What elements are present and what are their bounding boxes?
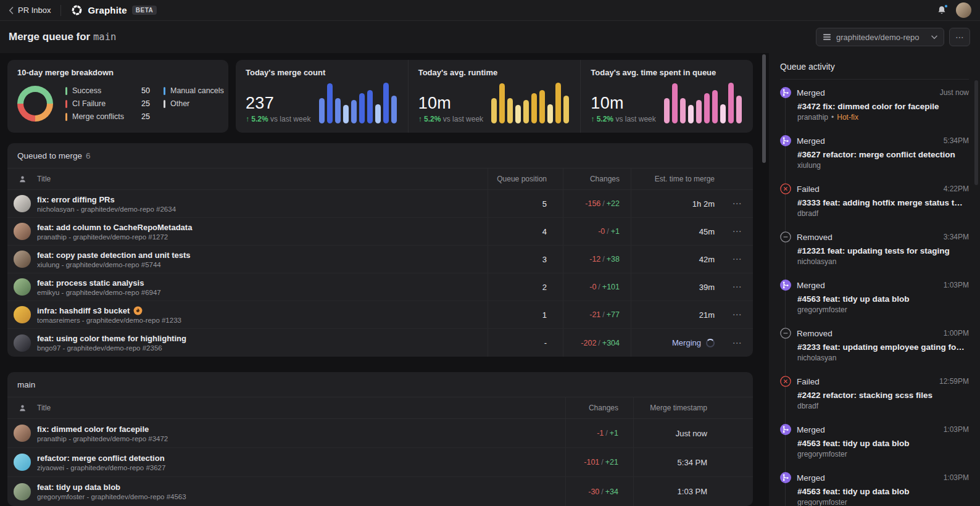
legend-tick xyxy=(65,113,67,121)
pr-title: feat: process static analysis xyxy=(37,278,144,288)
queue-position: 3 xyxy=(488,246,563,273)
activity-item[interactable]: Merged 1:03PM #4563 feat: tidy up data b… xyxy=(780,424,969,458)
chart-bar xyxy=(704,93,710,123)
table-row[interactable]: fix: error diffing PRsnicholasyan - grap… xyxy=(7,190,753,218)
chart-bar xyxy=(507,98,513,123)
pr-meta: pranathip - graphitedev/demo-repo #1272 xyxy=(37,233,168,241)
pr-title: refactor: merge conflict detection xyxy=(37,454,165,463)
metric-avg-runtime: Today's avg. runtime 10m ↑ 5.2% vs last … xyxy=(408,60,581,133)
avatar xyxy=(14,223,31,240)
chart-bar xyxy=(720,104,726,123)
activity-title: #3627 refactor: merge conflict detection xyxy=(797,150,965,159)
ellipsis-icon: ⋯ xyxy=(955,32,964,42)
table-row[interactable]: feat: tidy up data blobgregorymfoster - … xyxy=(7,477,753,506)
activity-status: Removed xyxy=(797,329,833,338)
row-menu-button[interactable]: ⋯ xyxy=(729,223,745,239)
activity-item[interactable]: Failed 12:59PM #2422 refactor: stacking … xyxy=(780,376,969,410)
pr-meta: bngo97 - graphitedev/demo-repo #2356 xyxy=(37,344,162,352)
chart-bar xyxy=(491,98,497,123)
queue-position: 4 xyxy=(488,218,563,245)
activity-item[interactable]: Merged 5:34PM #3627 refactor: merge conf… xyxy=(780,135,969,170)
activity-author: gregorymfoster xyxy=(797,498,969,506)
table-row[interactable]: refactor: merge conflict detectionziyaow… xyxy=(7,448,753,477)
chart-bar xyxy=(375,104,381,123)
avatar xyxy=(14,454,31,471)
row-menu-button[interactable]: ⋯ xyxy=(729,307,745,323)
est-time: 21m xyxy=(631,301,723,328)
repo-selector[interactable]: graphitedev/demo-repo xyxy=(816,28,944,46)
est-time: 39m xyxy=(631,273,723,301)
activity-item[interactable]: Removed 3:34PM #12321 feat: updating tes… xyxy=(780,231,969,266)
col-merge-timestamp: Merge timestamp xyxy=(633,397,732,418)
est-time: 42m xyxy=(631,246,723,273)
main-branch-card: main Title Changes Merge timestamp fix: … xyxy=(7,372,753,506)
changes: -1/+1 xyxy=(565,419,633,447)
legend-tick xyxy=(65,87,67,95)
main-scrollbar[interactable] xyxy=(762,54,766,163)
brand[interactable]: Graphite BETA xyxy=(71,4,157,16)
legend-tick xyxy=(164,87,165,95)
table-row[interactable]: feat: copy paste detection and unit test… xyxy=(7,246,753,273)
metric-value: 237 xyxy=(246,94,310,113)
spinner-icon xyxy=(706,339,715,347)
chart-bar xyxy=(319,98,325,123)
branch-table-title: main xyxy=(7,372,753,397)
queue-position: 2 xyxy=(488,273,563,301)
chevron-down-icon xyxy=(931,35,937,39)
activity-status: Merged xyxy=(797,136,825,146)
user-avatar[interactable] xyxy=(956,2,971,18)
removed-icon xyxy=(780,328,791,339)
activity-status: Merged xyxy=(797,425,825,434)
chart-bar xyxy=(515,105,521,123)
chart-bar xyxy=(563,96,569,123)
graphite-logo-icon xyxy=(71,4,83,16)
activity-item[interactable]: Removed 1:00PM #3233 feat: updating empl… xyxy=(780,328,969,362)
table-row[interactable]: feat: using color theme for highlighting… xyxy=(7,329,753,357)
queued-table-header: Title Queue position Changes Est. time t… xyxy=(7,168,753,190)
merge-breakdown-donut-chart xyxy=(17,86,53,122)
activity-item[interactable]: Merged 1:03PM #4563 feat: tidy up data b… xyxy=(780,472,969,506)
table-row[interactable]: fix: dimmed color for facepilepranathip … xyxy=(7,419,753,448)
activity-author: dbradf xyxy=(797,209,969,218)
row-menu-button[interactable]: ⋯ xyxy=(729,335,745,351)
table-row[interactable]: infra: hashdiff s3 bucket tomasreimers -… xyxy=(7,301,753,329)
hotfix-tag: Hot-fix xyxy=(837,113,858,122)
activity-title: #4563 feat: tidy up data blob xyxy=(797,439,965,448)
row-menu-button[interactable]: ⋯ xyxy=(729,196,745,212)
table-row[interactable]: feat: process static analysisemikyu - gr… xyxy=(7,273,753,301)
activity-item[interactable]: Merged Just now #3472 fix: dimmed color … xyxy=(780,87,969,122)
metric-merge-count: Today's merge count 237 ↑ 5.2% vs last w… xyxy=(236,60,408,133)
merge-timestamp: 5:34 PM xyxy=(633,448,732,476)
queue-activity-sidebar: Queue activity Merged Just now #3472 fix… xyxy=(769,53,980,506)
header-more-button[interactable]: ⋯ xyxy=(949,28,970,46)
activity-time: 4:22PM xyxy=(944,185,969,193)
metrics-card: Today's merge count 237 ↑ 5.2% vs last w… xyxy=(236,60,753,133)
activity-time: 1:03PM xyxy=(944,425,969,434)
sidebar-scrollbar[interactable] xyxy=(974,80,978,185)
pr-meta: emikyu - graphitedev/demo-repo #6947 xyxy=(37,289,161,296)
row-menu-button[interactable]: ⋯ xyxy=(729,279,745,295)
merged-icon xyxy=(780,87,791,98)
activity-status: Merged xyxy=(797,473,825,483)
app-name: Graphite xyxy=(88,5,127,15)
activity-time: Just now xyxy=(940,88,969,97)
branch-table-header: Title Changes Merge timestamp xyxy=(7,397,753,419)
table-row[interactable]: feat: add column to CacheRepoMetadatapra… xyxy=(7,218,753,246)
delta-up: ↑ 5.2% xyxy=(591,115,613,123)
activity-status: Failed xyxy=(797,185,820,194)
back-button[interactable]: PR Inbox xyxy=(9,6,51,15)
metric-value: 10m xyxy=(418,94,483,113)
sidebar-title: Queue activity xyxy=(780,62,969,80)
top-bar: PR Inbox Graphite BETA xyxy=(0,0,980,21)
activity-item[interactable]: Failed 4:22PM #3333 feat: adding hotfix … xyxy=(780,183,969,218)
row-menu-button[interactable]: ⋯ xyxy=(729,251,745,267)
activity-author: xiulung xyxy=(797,161,969,170)
legend-item: Merge conflicts25 xyxy=(65,112,150,121)
chart-bar xyxy=(664,98,670,123)
activity-item[interactable]: Merged 1:03PM #4563 feat: tidy up data b… xyxy=(780,280,969,314)
chart-bar xyxy=(539,90,545,123)
chart-bar xyxy=(383,83,389,123)
notifications-button[interactable] xyxy=(936,5,947,16)
activity-time: 1:00PM xyxy=(944,329,969,338)
col-changes: Changes xyxy=(565,397,633,418)
